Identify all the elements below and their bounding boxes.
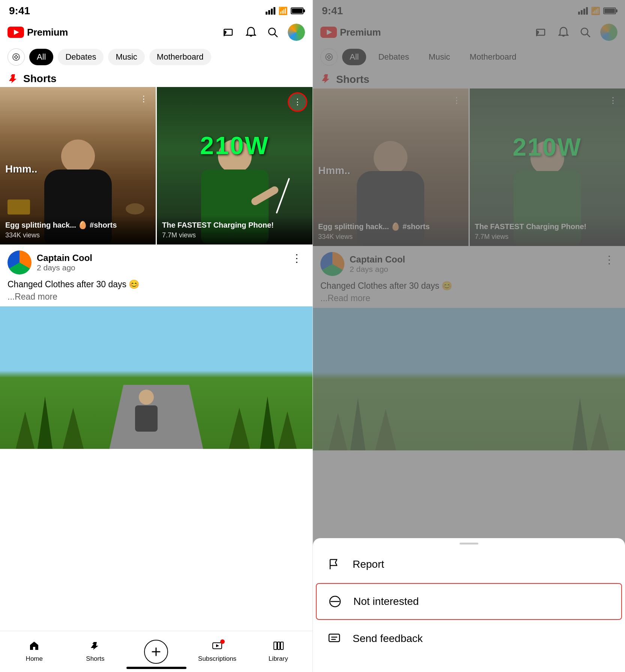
explore-button-right[interactable] — [320, 48, 338, 66]
left-panel: 9:41 📶 Premium — [0, 0, 312, 672]
avatar-button-right[interactable] — [600, 24, 617, 41]
status-icons-right: 📶 — [578, 6, 616, 15]
svg-marker-27 — [326, 56, 328, 58]
notifications-button-right[interactable] — [557, 26, 570, 39]
send-feedback-icon — [326, 631, 342, 646]
sheet-label-send-feedback: Send feedback — [353, 633, 423, 645]
svg-rect-20 — [536, 29, 545, 35]
svg-rect-16 — [278, 642, 280, 650]
short-card-2-left[interactable]: 210W ⋮ The FASTEST Charging Phone! 7.7M … — [157, 87, 312, 244]
post-more-button-right[interactable]: ⋮ — [601, 252, 617, 267]
signal-icon-right — [578, 7, 588, 15]
post-desc-left: Changed Clothes after 30 days 😊 — [8, 278, 305, 290]
nav-library-left[interactable]: Library — [248, 640, 309, 663]
short-2-views-right: 7.7M views — [475, 233, 620, 241]
chip-debates-right[interactable]: Debates — [371, 49, 416, 65]
post-more-button-left[interactable]: ⋮ — [288, 250, 305, 266]
svg-marker-10 — [17, 56, 19, 58]
chip-music-right[interactable]: Music — [421, 49, 457, 65]
video-thumb-right — [313, 308, 625, 450]
shorts-row-left: Hmm.. ⋮ Egg splitting hack... 🥚 #shorts … — [0, 87, 312, 244]
wifi-icon-right: 📶 — [591, 6, 600, 15]
chip-music-left[interactable]: Music — [108, 49, 144, 65]
explore-button-left[interactable] — [8, 48, 25, 66]
nav-shorts-left[interactable]: Shorts — [65, 640, 126, 663]
short-2-overlay-left: The FASTEST Charging Phone! 7.7M views — [157, 215, 312, 244]
svg-line-23 — [587, 34, 590, 37]
nav-subscriptions-left[interactable]: Subscriptions — [187, 640, 248, 663]
badge-210w-right: 210W — [513, 133, 582, 161]
short-card-2-right[interactable]: 210W ⋮ The FASTEST Charging Phone! 7.7M … — [470, 88, 625, 246]
short-1-title-left: Egg splitting hack... 🥚 #shorts — [5, 220, 150, 230]
short-2-menu-right[interactable]: ⋮ — [606, 94, 620, 107]
cast-button-right[interactable] — [535, 26, 548, 39]
shorts-title-left: Shorts — [23, 73, 57, 85]
short-card-1-right[interactable]: Hmm.. ⋮ Egg splitting hack... 🥚 #shorts … — [313, 88, 470, 246]
short-2-menu-left[interactable]: ⋮ — [288, 92, 307, 112]
short-2-title-left: The FASTEST Charging Phone! — [162, 220, 307, 230]
wifi-icon: 📶 — [278, 6, 288, 15]
status-time-left: 9:41 — [9, 5, 30, 17]
nav-home-label-left: Home — [26, 655, 43, 663]
shorts-nav-icon — [90, 640, 101, 654]
shorts-logo-left — [8, 73, 20, 85]
cast-button-left[interactable] — [222, 26, 236, 39]
status-bar-right: 9:41 📶 — [313, 0, 625, 20]
nav-library-label-left: Library — [269, 655, 288, 663]
svg-marker-25 — [328, 54, 330, 56]
battery-icon — [291, 8, 303, 14]
right-panel-content: 9:41 📶 Premium — [313, 0, 625, 450]
post-desc-right: Changed Clothes after 30 days 😊 — [320, 280, 617, 292]
short-card-1-left[interactable]: Hmm.. ⋮ Egg splitting hack... 🥚 #shorts … — [0, 87, 157, 244]
avatar-button-left[interactable] — [288, 24, 305, 41]
sheet-label-report: Report — [353, 558, 384, 570]
short-1-views-right: 334K views — [318, 233, 463, 241]
logo-area-left: Premium — [8, 27, 68, 38]
logo-area-right: Premium — [320, 27, 381, 38]
svg-point-24 — [326, 54, 332, 60]
nav-create-left[interactable] — [126, 640, 187, 664]
short-2-title-right: The FASTEST Charging Phone! — [475, 222, 620, 231]
search-button-left[interactable] — [266, 26, 279, 39]
search-button-right[interactable] — [578, 26, 592, 39]
shorts-header-right: Shorts — [313, 69, 625, 88]
short-2-overlay-right: The FASTEST Charging Phone! 7.7M views — [470, 216, 625, 246]
short-1-menu-left[interactable]: ⋮ — [137, 92, 150, 106]
chip-all-right[interactable]: All — [342, 49, 366, 65]
video-thumb-left[interactable] — [0, 306, 312, 449]
short-hmm-left: Hmm.. — [5, 163, 38, 175]
svg-rect-31 — [329, 634, 340, 642]
short-1-menu-right[interactable]: ⋮ — [450, 94, 463, 107]
app-bar-right: Premium — [313, 20, 625, 45]
chip-motherboard-right[interactable]: Motherboard — [462, 49, 524, 65]
shorts-header-left: Shorts — [0, 69, 312, 87]
shorts-title-right: Shorts — [336, 74, 370, 86]
read-more-right[interactable]: ...Read more — [320, 293, 617, 303]
channel-info-left: Captain Cool 2 days ago — [37, 253, 92, 272]
sheet-item-send-feedback[interactable]: Send feedback — [313, 620, 625, 657]
short-hmm-right: Hmm.. — [318, 165, 350, 177]
bottom-nav-left: Home Shorts — [0, 631, 312, 672]
chip-debates-left[interactable]: Debates — [58, 49, 104, 65]
post-header-left: Captain Cool 2 days ago ⋮ — [8, 250, 305, 274]
notifications-button-left[interactable] — [244, 26, 258, 39]
library-icon — [273, 640, 284, 654]
read-more-left[interactable]: ...Read more — [8, 292, 305, 302]
sheet-item-report[interactable]: Report — [313, 546, 625, 583]
post-channel-right: Captain Cool 2 days ago — [320, 252, 405, 276]
short-2-views-left: 7.7M views — [162, 231, 307, 239]
youtube-logo — [8, 27, 24, 38]
post-time-right: 2 days ago — [350, 265, 405, 274]
chip-motherboard-left[interactable]: Motherboard — [149, 49, 211, 65]
nav-shorts-label-left: Shorts — [86, 655, 104, 663]
sheet-item-not-interested[interactable]: Not interested — [316, 583, 622, 620]
status-bar-left: 9:41 📶 — [0, 0, 312, 20]
short-1-overlay-left: Egg splitting hack... 🥚 #shorts 334K vie… — [0, 215, 156, 244]
create-button-left[interactable] — [144, 640, 168, 664]
short-1-title-right: Egg splitting hack... 🥚 #shorts — [318, 222, 463, 231]
chip-all-left[interactable]: All — [29, 49, 53, 65]
nav-home-left[interactable]: Home — [4, 640, 65, 663]
svg-marker-9 — [14, 56, 15, 58]
notif-dot-left — [220, 639, 225, 644]
svg-marker-14 — [216, 644, 219, 647]
